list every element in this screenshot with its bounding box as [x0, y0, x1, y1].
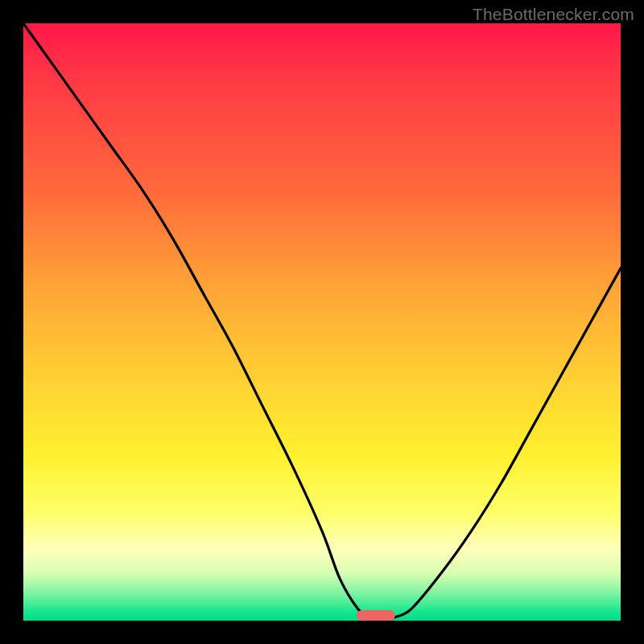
chart-frame: TheBottlenecker.com — [0, 0, 644, 644]
bottleneck-curve — [23, 23, 621, 621]
watermark-text: TheBottlenecker.com — [473, 5, 634, 24]
optimal-marker — [357, 610, 395, 621]
plot-area — [23, 23, 621, 621]
